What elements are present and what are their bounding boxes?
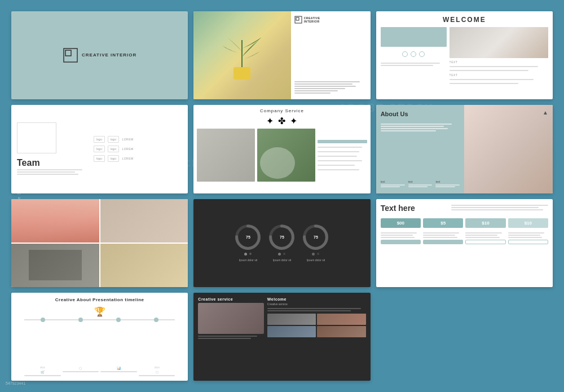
- pricing-col-1: [381, 231, 421, 244]
- price-card-4: $10: [508, 218, 548, 228]
- cursor-icon: ▲: [543, 109, 548, 116]
- text-label-2: text: [450, 73, 548, 77]
- slide-2-text: [294, 80, 367, 95]
- grid-photo-3: [267, 326, 316, 337]
- grid-photo-4: [317, 326, 365, 337]
- logo-2b: logo:: [108, 146, 119, 152]
- creative-text-lines: [198, 336, 264, 339]
- pricing-col-3: [465, 231, 505, 244]
- team-desc: [17, 169, 89, 175]
- welcome-title: Welcome: [267, 297, 366, 301]
- circle-item-1: 75 Ipsum dolor sit: [235, 224, 261, 262]
- welcome-left-text: [381, 61, 447, 67]
- slide-1-title: CREATIVE INTERIOR: [11, 11, 188, 99]
- welcome-title: WELCOME: [381, 16, 548, 24]
- collage-photo-3: [11, 244, 99, 287]
- price-card-2: $5: [423, 218, 463, 228]
- welcome-right-text: text text: [450, 60, 548, 85]
- signup-btn-1[interactable]: [381, 240, 421, 244]
- svg-rect-1: [65, 50, 71, 56]
- trophy-icon: 🏆: [94, 306, 105, 317]
- bar-item-2: ⬡: [63, 366, 99, 376]
- creative-service-right: Welcome Creative service: [267, 297, 366, 376]
- welcome-subtitle: Creative service: [267, 302, 366, 306]
- chart-label-2: Ipsum dolor sit: [273, 258, 292, 262]
- service-photo-green: [257, 129, 315, 182]
- circle-chart-3: 75: [303, 224, 328, 250]
- slide-2-content: CREATIVEINTERIOR: [291, 11, 371, 99]
- footer-text-1: text: [381, 180, 405, 188]
- slide-2-logo-icon: [294, 16, 302, 24]
- welcome-left: [381, 27, 447, 89]
- welcome-content: text text: [381, 27, 548, 89]
- percent-3: 75: [314, 235, 318, 239]
- service-icon-2: ✤: [278, 116, 285, 126]
- circle-item-3: 75 Ipsum dolor sit: [303, 224, 328, 262]
- logo-1b: logo:: [108, 136, 119, 143]
- footer-text-2: text: [408, 180, 433, 188]
- price-card-3: $10: [465, 218, 505, 228]
- service-content: [197, 129, 367, 182]
- collage-photo-2: [100, 199, 188, 243]
- slide-1-logo: CREATIVE INTERIOR: [63, 47, 136, 63]
- collage-photo-1: [11, 199, 99, 243]
- svg-rect-2: [233, 67, 250, 80]
- slide-2-logo-text: CREATIVEINTERIOR: [304, 16, 320, 23]
- welcome-photo: [450, 27, 548, 58]
- price-3: $10: [468, 221, 503, 226]
- slide-8-charts: 75 Ipsum dolor sit 75: [193, 199, 370, 287]
- icon-2: [411, 51, 416, 57]
- price-card-1: $00: [381, 218, 421, 228]
- service-icon-3: ✦: [290, 116, 297, 126]
- price-4: $10: [510, 221, 546, 226]
- pricing-col-4: [508, 231, 548, 244]
- team-left: Team: [17, 122, 89, 176]
- pricing-col-2: [423, 231, 463, 244]
- lorem-1: LOREM: [122, 138, 133, 141]
- percent-1: 75: [246, 235, 250, 239]
- timeline-bottom: 2024 🛒 ⬡ 📊 2024 ⬡: [24, 366, 175, 376]
- footer-text-3: text: [435, 180, 460, 188]
- price-2: $5: [425, 221, 461, 226]
- team-title: Team: [17, 158, 89, 168]
- slide-2-cover: CREATIVEINTERIOR: [193, 11, 370, 99]
- icon-1: [402, 51, 408, 57]
- slide-9-pricing: Text here $00 $5 $10 $1: [376, 199, 553, 287]
- grid-photo-2: [317, 314, 365, 325]
- signup-btn-2[interactable]: [423, 240, 463, 244]
- service-text: [318, 129, 367, 182]
- about-title: About Us: [381, 111, 460, 117]
- percent-2: 75: [280, 235, 284, 239]
- icon-3: [419, 51, 425, 57]
- plant-illustration: [219, 29, 265, 82]
- team-right: logo: logo: LOREM logo: logo: LOREM logo…: [94, 136, 182, 162]
- chart-label-1: Ipsum dolor sit: [239, 258, 258, 262]
- logo-text: CREATIVE INTERIOR: [82, 52, 136, 58]
- logo-3b: logo:: [108, 155, 119, 162]
- slide-7-collage: [11, 199, 188, 287]
- timeline-dot-4: [154, 318, 158, 322]
- service-icon-1: ✦: [266, 116, 274, 126]
- service-title: Company Service: [197, 108, 367, 113]
- slide-10-timeline: Creative About Presentation timeline 🏆 2…: [11, 293, 188, 381]
- circle-chart-1: 75: [235, 224, 261, 250]
- timeline-dot-3: [116, 318, 121, 322]
- plant-photo: [193, 11, 290, 99]
- bar-item-4: 2024 ⬡: [139, 366, 175, 376]
- lorem-3: LOREM: [122, 157, 133, 160]
- about-text: [381, 122, 460, 133]
- circles-row: 75 Ipsum dolor sit 75: [235, 224, 328, 262]
- logo-3a: logo:: [94, 155, 105, 162]
- creative-service-title: Creative service: [198, 297, 264, 301]
- lorem-2: LOREM: [122, 147, 133, 151]
- text-label-1: text: [450, 60, 548, 64]
- teal-block: [381, 27, 447, 47]
- service-icons: ✦ ✤ ✦: [197, 116, 367, 126]
- signup-btn-4[interactable]: [508, 240, 548, 244]
- bar-item-3: 📊: [100, 366, 137, 376]
- slide-5-service: Company Service ✦ ✤ ✦: [193, 105, 370, 193]
- slide-3-welcome: WELCOME text: [376, 11, 553, 99]
- signup-btn-3[interactable]: [465, 240, 505, 244]
- slide-4-team: Team logo: logo: LOREM logo: logo: LOREM: [11, 105, 188, 193]
- team-box: [17, 122, 56, 153]
